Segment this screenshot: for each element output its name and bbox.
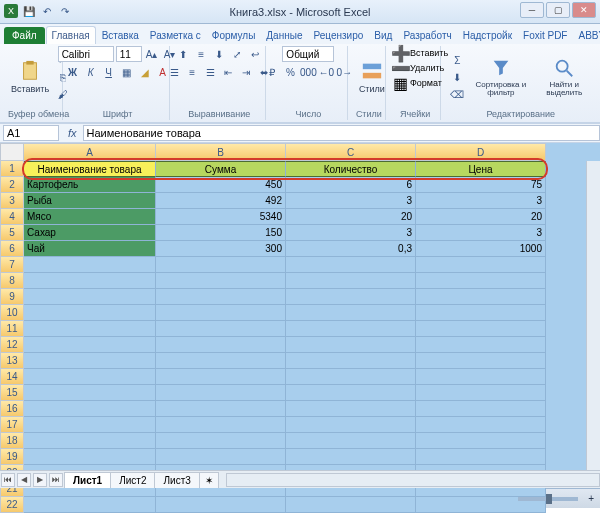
formula-input[interactable]: Наименование товара (83, 125, 600, 141)
empty-cell[interactable] (24, 321, 156, 337)
col-header-D[interactable]: D (416, 143, 546, 161)
cell-qty[interactable]: 6 (286, 177, 416, 193)
row-header-1[interactable]: 1 (0, 161, 24, 177)
align-middle-icon[interactable]: ≡ (193, 46, 209, 62)
empty-cell[interactable] (24, 449, 156, 465)
empty-cell[interactable] (286, 401, 416, 417)
cell-qty[interactable]: 3 (286, 193, 416, 209)
decrease-indent-icon[interactable]: ⇤ (220, 64, 236, 80)
increase-decimal-icon[interactable]: ←0 (318, 64, 334, 80)
styles-button[interactable]: Стили (356, 58, 388, 96)
row-header-19[interactable]: 19 (0, 449, 24, 465)
select-all-corner[interactable] (0, 143, 24, 161)
cell-price[interactable]: 75 (416, 177, 546, 193)
empty-cell[interactable] (24, 273, 156, 289)
empty-cell[interactable] (416, 273, 546, 289)
empty-cell[interactable] (156, 289, 286, 305)
border-icon[interactable]: ▦ (119, 64, 135, 80)
header-cell[interactable]: Количество (286, 161, 416, 177)
empty-cell[interactable] (286, 321, 416, 337)
maximize-button[interactable]: ▢ (546, 2, 570, 18)
empty-cell[interactable] (286, 337, 416, 353)
col-header-B[interactable]: B (156, 143, 286, 161)
paste-button[interactable]: Вставить (8, 58, 52, 96)
empty-cell[interactable] (416, 385, 546, 401)
row-header-7[interactable]: 7 (0, 257, 24, 273)
save-icon[interactable]: 💾 (22, 4, 36, 18)
empty-cell[interactable] (416, 353, 546, 369)
tab-nav-last[interactable]: ⏭ (49, 473, 63, 487)
empty-cell[interactable] (286, 353, 416, 369)
decrease-decimal-icon[interactable]: 0→ (336, 64, 352, 80)
empty-cell[interactable] (24, 497, 156, 513)
empty-cell[interactable] (286, 273, 416, 289)
row-header-3[interactable]: 3 (0, 193, 24, 209)
find-select-button[interactable]: Найти и выделить (536, 55, 592, 99)
empty-cell[interactable] (286, 305, 416, 321)
align-bottom-icon[interactable]: ⬇ (211, 46, 227, 62)
empty-cell[interactable] (24, 369, 156, 385)
empty-cell[interactable] (24, 337, 156, 353)
tab-view[interactable]: Вид (369, 27, 397, 44)
format-cell-button[interactable]: ▦Формат (394, 76, 442, 90)
cell-name[interactable]: Рыба (24, 193, 156, 209)
empty-cell[interactable] (416, 337, 546, 353)
align-center-icon[interactable]: ≡ (184, 64, 200, 80)
empty-cell[interactable] (286, 369, 416, 385)
empty-cell[interactable] (24, 257, 156, 273)
name-box[interactable]: A1 (3, 125, 59, 141)
cell-price[interactable]: 3 (416, 193, 546, 209)
empty-cell[interactable] (156, 273, 286, 289)
percent-icon[interactable]: % (282, 64, 298, 80)
empty-cell[interactable] (24, 401, 156, 417)
row-header-12[interactable]: 12 (0, 337, 24, 353)
underline-icon[interactable]: Ч (101, 64, 117, 80)
cell-price[interactable]: 1000 (416, 241, 546, 257)
empty-cell[interactable] (416, 449, 546, 465)
empty-cell[interactable] (286, 433, 416, 449)
cell-name[interactable]: Чай (24, 241, 156, 257)
cell-sum[interactable]: 492 (156, 193, 286, 209)
row-header-15[interactable]: 15 (0, 385, 24, 401)
increase-indent-icon[interactable]: ⇥ (238, 64, 254, 80)
fill-color-icon[interactable]: ◢ (137, 64, 153, 80)
empty-cell[interactable] (24, 353, 156, 369)
tab-addins[interactable]: Надстройк (458, 27, 517, 44)
empty-cell[interactable] (416, 401, 546, 417)
sheet-tab-2[interactable]: Лист2 (110, 472, 155, 488)
autosum-icon[interactable]: Σ (449, 52, 465, 68)
row-header-11[interactable]: 11 (0, 321, 24, 337)
empty-cell[interactable] (416, 321, 546, 337)
spreadsheet-grid[interactable]: ABCD1Наименование товараСуммаКоличествоЦ… (0, 143, 600, 488)
tab-nav-next[interactable]: ▶ (33, 473, 47, 487)
empty-cell[interactable] (24, 433, 156, 449)
row-header-4[interactable]: 4 (0, 209, 24, 225)
empty-cell[interactable] (24, 417, 156, 433)
tab-foxit[interactable]: Foxit PDF (518, 27, 572, 44)
sheet-tab-3[interactable]: Лист3 (154, 472, 199, 488)
tab-file[interactable]: Файл (4, 27, 45, 44)
empty-cell[interactable] (156, 337, 286, 353)
empty-cell[interactable] (286, 385, 416, 401)
cell-sum[interactable]: 150 (156, 225, 286, 241)
empty-cell[interactable] (24, 305, 156, 321)
redo-icon[interactable]: ↷ (58, 4, 72, 18)
cell-qty[interactable]: 20 (286, 209, 416, 225)
orientation-icon[interactable]: ⤢ (229, 46, 245, 62)
cell-qty[interactable]: 3 (286, 225, 416, 241)
empty-cell[interactable] (156, 497, 286, 513)
tab-home[interactable]: Главная (46, 26, 96, 44)
empty-cell[interactable] (156, 321, 286, 337)
empty-cell[interactable] (416, 305, 546, 321)
empty-cell[interactable] (156, 433, 286, 449)
cell-qty[interactable]: 0,3 (286, 241, 416, 257)
font-name-combo[interactable]: Calibri (58, 46, 114, 62)
fill-icon[interactable]: ⬇ (449, 69, 465, 85)
tab-abbyy[interactable]: ABBYY PDF (573, 27, 600, 44)
cell-sum[interactable]: 300 (156, 241, 286, 257)
empty-cell[interactable] (24, 385, 156, 401)
row-header-8[interactable]: 8 (0, 273, 24, 289)
header-cell[interactable]: Цена (416, 161, 546, 177)
col-header-A[interactable]: A (24, 143, 156, 161)
cell-price[interactable]: 3 (416, 225, 546, 241)
